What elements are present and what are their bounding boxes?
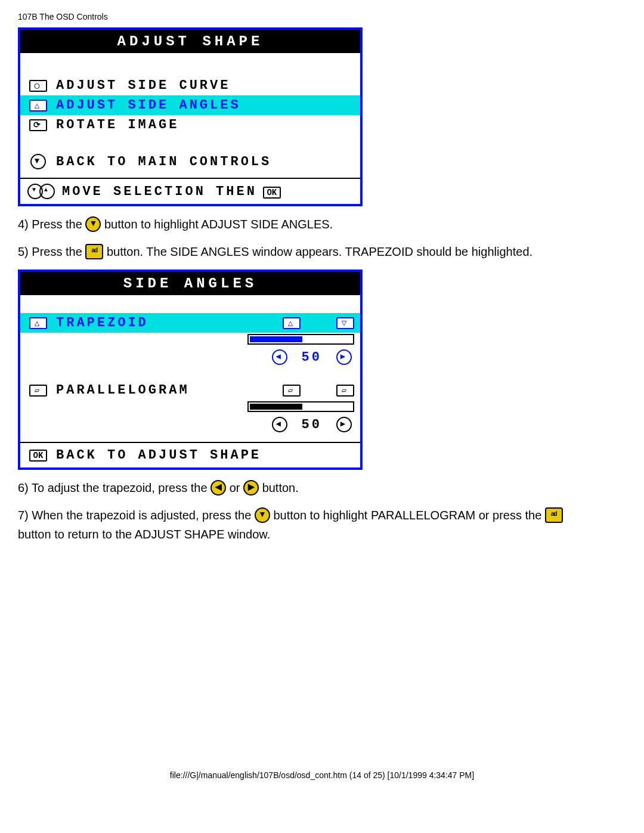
text: button. The SIDE ANGLES window appears. … <box>107 245 532 258</box>
left-button-icon[interactable]: ◀ <box>272 349 287 365</box>
left-button-icon[interactable]: ◀ <box>272 417 287 432</box>
shape-left-icon: △ <box>283 317 301 329</box>
parallelogram-controls: ◀ 50 ▶ <box>20 413 360 436</box>
right-button-icon[interactable]: ▶ <box>336 417 352 432</box>
step-4: 4) Press the ▼ button to highlight ADJUS… <box>18 215 626 234</box>
step-6: 6) To adjust the trapezoid, press the ◀ … <box>18 478 626 497</box>
left-button-icon: ◀ <box>210 480 226 496</box>
text: 5) Press the <box>18 245 85 258</box>
osd-adjust-shape: ADJUST SHAPE ◯ ADJUST SIDE CURVE △ ADJUS… <box>18 27 363 206</box>
osd-footer: ▼▲ MOVE SELECTION THEN OK <box>20 179 360 204</box>
menu-label: ADJUST SIDE CURVE <box>56 78 354 93</box>
rotate-icon: ⟳ <box>26 119 50 131</box>
trapezoid-icon: △ <box>26 317 50 329</box>
slider-track[interactable] <box>247 401 354 412</box>
text: button. <box>262 481 299 494</box>
ok-icon: OK <box>26 450 50 462</box>
text: button to return to the ADJUST SHAPE win… <box>18 528 270 541</box>
ok-button-icon: ad <box>85 244 103 259</box>
text: button to highlight PARALLELOGRAM or pre… <box>273 509 544 522</box>
row-trapezoid[interactable]: △ TRAPEZOID △ ▽ <box>20 313 360 333</box>
down-button-icon: ▼ <box>85 216 101 232</box>
up-down-icon: ▼▲ <box>26 184 56 199</box>
slider-track[interactable] <box>247 334 354 345</box>
row-label: TRAPEZOID <box>56 315 277 330</box>
right-button-icon[interactable]: ▶ <box>336 349 352 365</box>
shape-right-icon: ▽ <box>336 317 354 329</box>
menu-label: ADJUST SIDE ANGLES <box>56 98 354 113</box>
osd-footer-back[interactable]: OK BACK TO ADJUST SHAPE <box>20 443 360 467</box>
osd-title: SIDE ANGLES <box>20 272 360 295</box>
page-footer: file:///G|/manual/english/107B/osd/osd_c… <box>18 770 626 780</box>
parallelogram-slider <box>20 400 360 413</box>
down-circle-icon: ▼ <box>26 154 50 169</box>
side-curve-icon: ◯ <box>26 80 50 92</box>
menu-item-back-main[interactable]: ▼ BACK TO MAIN CONTROLS <box>20 151 360 172</box>
osd-body: △ TRAPEZOID △ ▽ ◀ 50 ▶ ▱ PARALLELOGRAM ▱… <box>20 295 360 467</box>
text: 7) When the trapezoid is adjusted, press… <box>18 509 255 522</box>
page-header: 107B The OSD Controls <box>18 12 626 21</box>
down-button-icon: ▼ <box>255 507 270 523</box>
side-angles-icon: △ <box>26 100 50 112</box>
osd-side-angles: SIDE ANGLES △ TRAPEZOID △ ▽ ◀ 50 ▶ ▱ PAR… <box>18 270 363 470</box>
osd-title: ADJUST SHAPE <box>20 30 360 53</box>
menu-item-adjust-side-curve[interactable]: ◯ ADJUST SIDE CURVE <box>20 76 360 95</box>
text: button to highlight ADJUST SIDE ANGLES. <box>104 218 333 231</box>
row-label: PARALLELOGRAM <box>56 383 277 398</box>
trapezoid-controls: ◀ 50 ▶ <box>20 346 360 368</box>
step-7: 7) When the trapezoid is adjusted, press… <box>18 506 626 544</box>
menu-label: ROTATE IMAGE <box>56 117 354 132</box>
value: 50 <box>302 417 322 432</box>
text: 4) Press the <box>18 218 85 231</box>
row-parallelogram[interactable]: ▱ PARALLELOGRAM ▱ ▱ <box>20 380 360 400</box>
value: 50 <box>302 350 322 365</box>
right-button-icon: ▶ <box>243 480 259 496</box>
trapezoid-slider <box>20 333 360 346</box>
ok-button-icon: ad <box>545 507 563 523</box>
menu-item-adjust-side-angles[interactable]: △ ADJUST SIDE ANGLES <box>20 95 360 115</box>
footer-label: MOVE SELECTION THEN <box>62 184 257 199</box>
shape-left-icon: ▱ <box>283 385 301 397</box>
step-5: 5) Press the ad button. The SIDE ANGLES … <box>18 242 626 261</box>
menu-label: BACK TO MAIN CONTROLS <box>56 154 354 169</box>
text: 6) To adjust the trapezoid, press the <box>18 481 210 494</box>
osd-body: ◯ ADJUST SIDE CURVE △ ADJUST SIDE ANGLES… <box>20 53 360 204</box>
ok-icon: OK <box>263 184 281 199</box>
shape-right-icon: ▱ <box>336 385 354 397</box>
menu-item-rotate-image[interactable]: ⟳ ROTATE IMAGE <box>20 115 360 135</box>
text: or <box>230 481 243 494</box>
parallelogram-icon: ▱ <box>26 385 50 397</box>
back-label: BACK TO ADJUST SHAPE <box>56 448 261 463</box>
